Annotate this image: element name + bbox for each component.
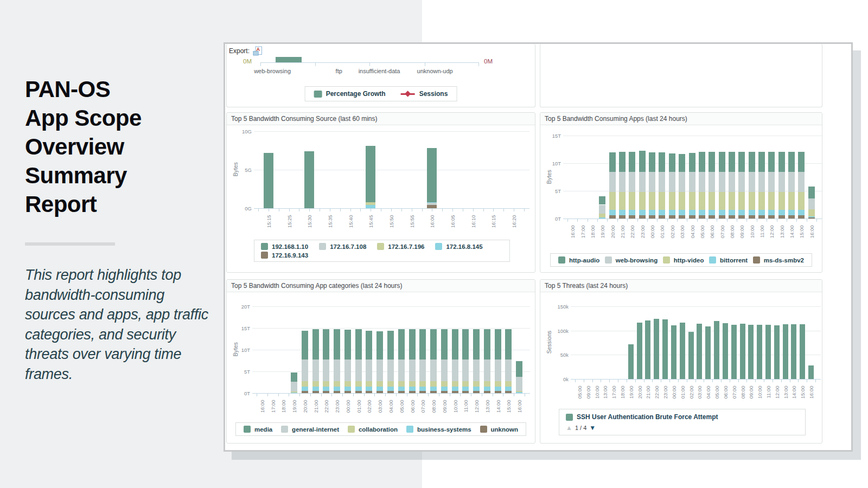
x-tick-label: 16:00 xyxy=(516,400,522,419)
axis-tick xyxy=(258,209,259,211)
bar-segment xyxy=(679,210,685,215)
x-tick-label: 09:00 xyxy=(585,386,591,404)
legend-swatch-icon xyxy=(558,256,565,264)
chart-title: Top 5 Bandwidth Consuming Apps (last 24 … xyxy=(540,113,822,125)
category-label: unknown-udp xyxy=(400,68,470,74)
bar-segment xyxy=(639,151,646,172)
bar-segment xyxy=(355,391,362,393)
bar-segment xyxy=(669,172,675,192)
axis-tick xyxy=(667,219,668,222)
legend-swatch-icon xyxy=(348,426,355,433)
x-tick-label: 15:00 xyxy=(800,386,806,404)
bar-segment xyxy=(798,210,805,215)
bar-segment xyxy=(427,205,437,208)
bar-segment xyxy=(462,359,469,382)
legend-item: business-systems xyxy=(406,426,471,433)
bar-segment xyxy=(659,215,665,219)
y-tick-label: 0T xyxy=(548,216,561,222)
bar-segment xyxy=(699,172,705,192)
categories-chart-plot: Bytes0T5T10T15T20T16:0017:0018:0019:0020… xyxy=(227,292,535,445)
legend-swatch-icon xyxy=(663,256,670,264)
page-up-icon[interactable]: ▲ xyxy=(566,424,572,432)
axis-tick xyxy=(695,380,696,382)
bar-segment xyxy=(798,192,805,210)
page-down-icon[interactable]: ▼ xyxy=(589,424,596,432)
legend-swatch-icon xyxy=(406,426,413,433)
bar-segment xyxy=(495,329,501,359)
bar-segment xyxy=(495,391,501,393)
bar-segment xyxy=(366,202,375,205)
bar-segment xyxy=(619,210,626,215)
legend-item: unknown xyxy=(480,426,518,433)
bar-segment xyxy=(419,329,426,359)
x-tick-label: 14:00 xyxy=(791,386,797,404)
axis-tick xyxy=(257,394,257,396)
bar-segment xyxy=(312,381,319,387)
axis-tick xyxy=(773,380,773,382)
x-tick-label: 16:00 xyxy=(429,215,435,234)
x-axis-line xyxy=(563,219,822,219)
y-tick-label: 5T xyxy=(234,369,250,375)
axis-tick xyxy=(364,394,365,396)
bar-segment xyxy=(387,387,394,391)
bar-segment xyxy=(398,359,405,382)
apps-chart-plot: Bytes0T5T10T15T16:0017:0018:0019:0020:00… xyxy=(540,125,822,274)
legend-label: 172.16.9.143 xyxy=(272,252,308,259)
axis-tick xyxy=(730,380,730,382)
bar-segment xyxy=(788,192,795,210)
x-tick-label: 19:00 xyxy=(628,386,634,404)
x-tick-label: 06:00 xyxy=(409,400,415,419)
axis-tick xyxy=(647,219,648,222)
x-tick-label: 03:00 xyxy=(377,400,383,419)
bar-segment xyxy=(808,216,815,217)
x-tick-label: 11:00 xyxy=(463,400,469,419)
bar-segment xyxy=(355,329,362,359)
x-tick-label: 16:00 xyxy=(259,400,265,419)
legend-label: 192.168.1.10 xyxy=(272,243,308,250)
x-tick-label: 08:00 xyxy=(739,386,745,404)
bar-segment xyxy=(430,359,437,382)
bar-segment xyxy=(419,387,426,391)
x-tick-label: 04:00 xyxy=(689,226,695,244)
axis-tick xyxy=(727,219,727,222)
axis-tick xyxy=(369,62,370,66)
axis-tick xyxy=(342,394,343,396)
axis-tick xyxy=(627,380,627,382)
axis-tick xyxy=(787,219,787,222)
y-tick-label: 10G xyxy=(234,129,252,134)
bar-segment xyxy=(738,215,745,219)
legend-label: media xyxy=(254,426,272,433)
bar-segment xyxy=(441,387,448,391)
axis-tick xyxy=(483,209,484,211)
axis-tick xyxy=(371,209,371,211)
axis-tick xyxy=(412,209,412,211)
bar-segment xyxy=(697,324,702,379)
bar-segment xyxy=(778,210,785,215)
axis-tick xyxy=(299,209,299,211)
threat-swatch-icon xyxy=(566,414,573,421)
bar-segment xyxy=(659,152,665,172)
bar-segment xyxy=(462,387,469,391)
axis-tick xyxy=(790,380,790,382)
axis-tick xyxy=(482,394,482,396)
right-axis-value: 0M xyxy=(484,58,493,65)
page-title-line: Report xyxy=(25,190,212,219)
axis-tick xyxy=(503,394,503,396)
axis-tick xyxy=(592,380,593,382)
bar-segment xyxy=(783,324,788,379)
x-tick-label: 12:00 xyxy=(474,400,480,419)
axis-tick xyxy=(661,380,661,382)
bar-segment xyxy=(427,203,437,205)
bar-segment xyxy=(778,215,785,219)
x-tick-label: 14:00 xyxy=(789,226,795,244)
bar-segment xyxy=(376,359,383,381)
pdf-export-icon[interactable]: A xyxy=(253,46,263,56)
percentage-growth-swatch-icon xyxy=(314,91,322,98)
bar-segment xyxy=(599,217,605,219)
bar-segment xyxy=(749,152,755,172)
x-tick-label: 19:00 xyxy=(599,226,605,244)
bar-segment xyxy=(609,152,616,172)
bar-segment xyxy=(398,381,405,387)
bar-segment xyxy=(798,215,805,219)
x-tick-label: 22:00 xyxy=(629,226,635,244)
